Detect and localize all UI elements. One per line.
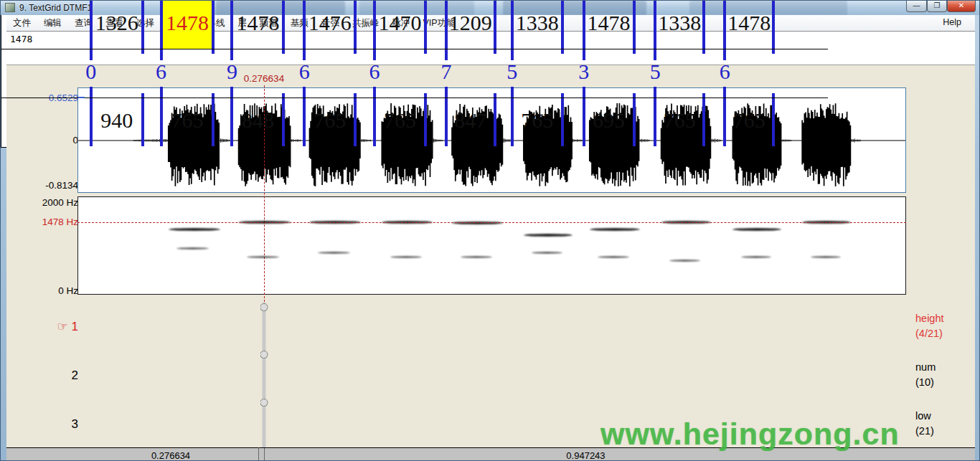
interval-label-low-8[interactable]: 695 [593,108,625,133]
interval-boundary-low-3[interactable] [282,98,285,146]
spectrogram-panel[interactable] [77,196,906,295]
tier3-number-label[interactable]: 3 [6,417,78,432]
point-label-num-2[interactable]: 6 [156,60,166,84]
interval-boundary-low-6[interactable] [445,98,448,146]
tier2-name-label[interactable]: num(10) [915,360,980,390]
point-mark-bottom-10[interactable] [723,87,726,98]
point-label-num-3[interactable]: 9 [227,60,237,84]
interval-boundary-height-7[interactable] [561,1,564,49]
interval-label-low-4[interactable]: 765 [314,108,346,133]
interval-boundary-low-6[interactable] [494,98,496,146]
point-label-num-4[interactable]: 6 [299,60,310,84]
minimize-button[interactable]: — [906,1,927,12]
interval-boundary-height-8[interactable] [633,1,636,49]
tier-row-low[interactable]: 940765848765765847765695765765 [1,98,828,146]
interval-boundary-height-9[interactable] [654,1,656,49]
interval-label-height-7[interactable]: 1338 [516,11,559,35]
tier3-name-label[interactable]: low(21) [915,409,980,439]
tier-row-height[interactable]: 1326147814781476147012091338147813381478 [1,1,828,49]
interval-boundary-low-1[interactable] [141,98,144,146]
point-mark-top-1[interactable] [90,49,93,60]
point-mark-bottom-2[interactable] [160,87,163,98]
interval-boundary-height-2[interactable] [212,1,215,49]
interval-label-low-10[interactable]: 765 [733,108,765,133]
interval-boundary-height-1[interactable] [90,1,93,49]
point-mark-top-6[interactable] [445,49,448,60]
interval-boundary-height-4[interactable] [303,1,306,49]
point-mark-top-9[interactable] [654,49,656,60]
point-label-num-9[interactable]: 5 [650,60,661,84]
interval-boundary-height-3[interactable] [282,1,285,49]
point-mark-bottom-8[interactable] [583,87,585,98]
selection-left-duration[interactable]: 0.276634 [77,448,264,461]
point-mark-bottom-6[interactable] [445,87,448,98]
interval-boundary-height-9[interactable] [702,1,705,49]
interval-boundary-height-4[interactable] [354,1,357,49]
point-mark-top-2[interactable] [160,49,163,60]
point-mark-bottom-7[interactable] [511,87,514,98]
cursor-line-tiers[interactable] [262,303,265,447]
point-mark-top-8[interactable] [583,49,585,60]
interval-boundary-low-8[interactable] [583,98,585,146]
interval-boundary-low-9[interactable] [654,98,656,146]
interval-boundary-low-2[interactable] [160,98,163,146]
interval-boundary-low-4[interactable] [303,98,306,146]
interval-label-height-8[interactable]: 1478 [588,11,631,35]
interval-boundary-height-7[interactable] [511,1,514,49]
point-label-num-6[interactable]: 7 [440,60,451,84]
interval-boundary-height-5[interactable] [424,1,427,49]
interval-label-height-9[interactable]: 1338 [658,11,701,35]
interval-label-low-1[interactable]: 940 [100,108,133,133]
interval-boundary-low-10[interactable] [772,98,775,146]
interval-boundary-height-2[interactable] [160,1,163,49]
interval-boundary-low-5[interactable] [373,98,376,146]
point-mark-top-7[interactable] [511,49,514,60]
point-mark-bottom-1[interactable] [90,87,93,98]
interval-boundary-low-4[interactable] [354,98,357,146]
tier-row-num[interactable]: 0696675356 [1,49,828,98]
point-mark-bottom-5[interactable] [373,87,376,98]
interval-boundary-height-10[interactable] [772,1,775,49]
interval-label-height-1[interactable]: 1326 [95,11,138,35]
tier2-number-label[interactable]: 2 [6,369,78,383]
interval-label-low-3[interactable]: 848 [242,108,274,133]
interval-label-low-6[interactable]: 847 [454,108,486,133]
point-label-num-1[interactable]: 0 [85,60,96,84]
interval-boundary-low-10[interactable] [723,98,726,146]
cursor-handle-tier2[interactable] [260,351,268,358]
point-label-num-7[interactable]: 5 [507,60,517,84]
point-label-num-8[interactable]: 3 [578,60,589,84]
point-mark-top-10[interactable] [723,49,726,60]
interval-label-height-2[interactable]: 1478 [166,11,209,35]
interval-label-low-2[interactable]: 765 [171,108,204,133]
interval-boundary-height-3[interactable] [230,1,233,49]
close-button[interactable]: ✕ [947,1,976,12]
interval-boundary-low-5[interactable] [424,98,427,146]
interval-boundary-low-7[interactable] [561,98,564,146]
point-label-num-5[interactable]: 6 [369,60,380,84]
point-mark-bottom-3[interactable] [230,87,233,98]
point-mark-bottom-4[interactable] [303,87,306,98]
restore-button[interactable]: ❐ [927,1,947,12]
point-mark-top-3[interactable] [230,49,233,60]
point-mark-top-4[interactable] [303,49,306,60]
interval-label-low-5[interactable]: 765 [384,108,416,133]
interval-boundary-low-7[interactable] [511,98,514,146]
interval-label-height-3[interactable]: 1478 [236,11,279,35]
tier1-name-label[interactable]: height(4/21) [915,311,980,341]
point-mark-top-5[interactable] [373,49,376,60]
point-label-num-10[interactable]: 6 [720,60,730,84]
cursor-handle-tier1[interactable] [260,303,268,311]
interval-label-height-4[interactable]: 1476 [308,11,352,35]
interval-boundary-height-10[interactable] [723,1,726,49]
tier1-number-label[interactable]: ☞ 1 [6,319,78,334]
interval-boundary-height-6[interactable] [445,1,448,49]
interval-boundary-height-6[interactable] [494,1,496,49]
interval-boundary-low-3[interactable] [230,98,233,146]
interval-boundary-height-5[interactable] [373,1,376,49]
interval-boundary-low-9[interactable] [702,98,705,146]
interval-boundary-low-2[interactable] [212,98,215,146]
interval-label-low-7[interactable]: 765 [521,108,553,133]
point-mark-bottom-9[interactable] [654,87,656,98]
interval-label-height-6[interactable]: 1209 [449,11,492,35]
